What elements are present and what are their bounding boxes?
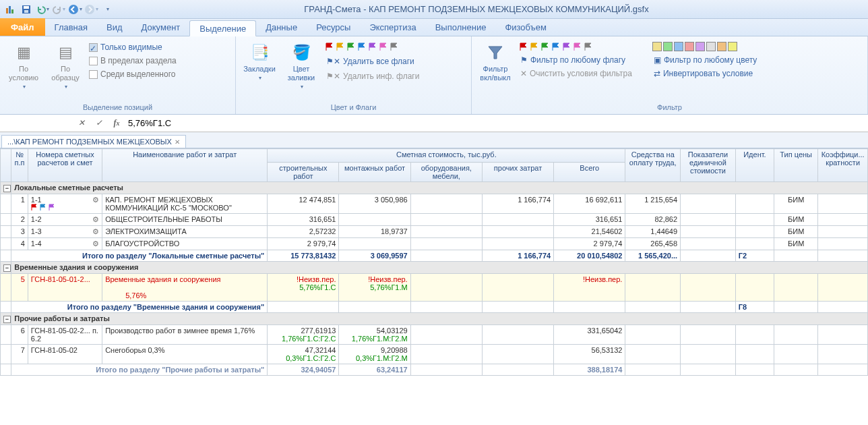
col-pp[interactable]: № п.п bbox=[11, 149, 28, 182]
table-row[interactable]: 1 1-1⚙ КАП. РЕМОНТ МЕЖЦЕХОВЫХ КОММУНИКАЦ… bbox=[1, 194, 868, 214]
flag-color[interactable] bbox=[325, 42, 334, 51]
tab-document[interactable]: Документ bbox=[132, 20, 190, 36]
flag-color[interactable] bbox=[551, 42, 561, 51]
flag-icon: ⚑ bbox=[520, 55, 528, 65]
fill-color-swatch[interactable] bbox=[695, 42, 705, 51]
cancel-formula-icon[interactable]: ✕ bbox=[75, 117, 88, 130]
color-palette[interactable] bbox=[651, 40, 760, 53]
filter-flag-palette[interactable] bbox=[518, 40, 635, 53]
svg-rect-2 bbox=[11, 9, 13, 13]
col-kf[interactable]: Коэффици... кратности bbox=[818, 149, 868, 182]
fill-color-swatch[interactable] bbox=[652, 42, 662, 51]
section-row[interactable]: −Временные здания и сооружения bbox=[1, 262, 868, 274]
delete-inf-flags-button[interactable]: ⚑✕Удалить инф. флаги bbox=[323, 70, 422, 82]
fill-color-button[interactable]: 🪣 Цвет заливки▾ bbox=[282, 39, 321, 93]
qat-more-icon[interactable]: ▾ bbox=[100, 2, 115, 17]
col-pok[interactable]: Показатели единичной стоимости bbox=[681, 149, 736, 182]
flag-color[interactable] bbox=[584, 42, 593, 51]
tab-expertise[interactable]: Экспертиза bbox=[360, 20, 425, 36]
fill-color-swatch[interactable] bbox=[728, 42, 737, 51]
flag-color[interactable] bbox=[519, 42, 528, 51]
flag-color[interactable] bbox=[379, 42, 388, 51]
flag-palette[interactable] bbox=[323, 40, 422, 53]
col-sr[interactable]: Средства на оплату труда, bbox=[625, 149, 681, 182]
table-row[interactable]: 6 ГСН-81-05-02-2... п. 6.2 Производство … bbox=[1, 325, 868, 345]
by-condition-button[interactable]: ▦ По условию▾ bbox=[4, 39, 43, 93]
subtotal-row[interactable]: Итого по разделу "Прочие работы и затрат… bbox=[1, 364, 868, 376]
clear-icon: ✕ bbox=[520, 69, 527, 78]
document-tab[interactable]: ...\КАП РЕМОНТ ПОДЗЕМНЫХ МЕЖЦЕХОВЫХ ✕ bbox=[1, 135, 186, 148]
filter-toggle-button[interactable]: Фильтр вкл/выкл bbox=[476, 39, 515, 85]
col-id[interactable]: Идент. bbox=[735, 149, 774, 182]
back-icon[interactable]: ▾ bbox=[67, 2, 82, 17]
funnel-icon bbox=[485, 42, 506, 63]
undo-icon[interactable]: ▾ bbox=[35, 2, 50, 17]
flag-color[interactable] bbox=[390, 42, 399, 51]
fill-color-swatch[interactable] bbox=[706, 42, 716, 51]
tab-execution[interactable]: Выполнение bbox=[426, 20, 496, 36]
fill-color-swatch[interactable] bbox=[674, 42, 683, 51]
flag-color[interactable] bbox=[357, 42, 367, 51]
within-section-checkbox[interactable]: В пределах раздела bbox=[88, 54, 178, 67]
tab-view[interactable]: Вид bbox=[97, 20, 132, 36]
fill-color-swatch[interactable] bbox=[717, 42, 726, 51]
table-row[interactable]: 2 1-2⚙ ОБЩЕСТРОИТЕЛЬНЫЕ РАБОТЫ 316,651 3… bbox=[1, 214, 868, 226]
filter-by-color-button[interactable]: ▣Фильтр по любому цвету bbox=[651, 54, 760, 66]
by-sample-button[interactable]: ▤ По образцу▾ bbox=[46, 39, 85, 93]
delete-all-flags-button[interactable]: ⚑✕Удалить все флаги bbox=[323, 55, 422, 67]
fill-color-swatch[interactable] bbox=[663, 42, 673, 51]
col-name[interactable]: Наименование работ и затрат bbox=[102, 149, 268, 182]
col-cost-group[interactable]: Сметная стоимость, тыс.руб. bbox=[268, 149, 625, 163]
subtotal-row[interactable]: Итого по разделу "Локальные сметные расч… bbox=[1, 250, 868, 262]
file-tab[interactable]: Файл bbox=[0, 18, 45, 36]
by-condition-icon: ▦ bbox=[13, 42, 34, 63]
flag-icon bbox=[49, 204, 55, 210]
app-icon[interactable] bbox=[3, 2, 18, 17]
tab-resources[interactable]: Ресурсы bbox=[307, 20, 360, 36]
invert-icon: ⇄ bbox=[654, 69, 660, 78]
only-visible-checkbox[interactable]: ✓Только видимые bbox=[88, 40, 178, 54]
flag-color[interactable] bbox=[368, 42, 377, 51]
flag-color[interactable] bbox=[346, 42, 356, 51]
bookmarks-button[interactable]: 📑 Закладки▾ bbox=[240, 39, 279, 84]
table-row[interactable]: 3 1-3⚙ ЭЛЕКТРОХИМЗАЩИТА 2,57232 18,9737 … bbox=[1, 226, 868, 238]
tab-selection[interactable]: Выделение bbox=[189, 20, 256, 36]
fill-color-swatch[interactable] bbox=[685, 42, 694, 51]
redo-icon[interactable]: ▾ bbox=[51, 2, 66, 17]
close-doc-icon[interactable]: ✕ bbox=[175, 138, 180, 146]
flag-icon bbox=[31, 204, 38, 210]
tab-data[interactable]: Данные bbox=[256, 20, 307, 36]
table-row[interactable]: 5 ГСН-81-05-01-2... Временные здания и с… bbox=[1, 274, 868, 302]
tab-main[interactable]: Главная bbox=[45, 20, 97, 36]
group-color-flags-title: Цвет и Флаги bbox=[240, 102, 467, 114]
svg-rect-4 bbox=[24, 6, 29, 9]
flag-x-icon: ⚑✕ bbox=[326, 72, 340, 81]
accept-formula-icon[interactable]: ✓ bbox=[93, 117, 105, 130]
fx-icon[interactable]: fx bbox=[111, 117, 123, 130]
flag-color[interactable] bbox=[562, 42, 571, 51]
tab-physvolume[interactable]: Физобъем bbox=[495, 20, 556, 36]
invert-condition-button[interactable]: ⇄Инвертировать условие bbox=[651, 67, 760, 80]
group-selection-title: Выделение позиций bbox=[4, 102, 231, 114]
filter-by-flag-button[interactable]: ⚑Фильтр по любому флагу bbox=[518, 54, 635, 66]
subtotal-row[interactable]: Итого по разделу "Временные здания и соо… bbox=[1, 302, 868, 313]
svg-rect-0 bbox=[6, 8, 8, 13]
flag-color[interactable] bbox=[573, 42, 582, 51]
flag-color[interactable] bbox=[336, 42, 345, 51]
table-row[interactable]: 7 ГСН-81-05-02 Снегоборья 0,3% 47,321440… bbox=[1, 345, 868, 364]
forward-icon[interactable]: ▾ bbox=[84, 2, 98, 17]
flag-color[interactable] bbox=[540, 42, 550, 51]
estimate-grid[interactable]: № п.п Номера сметных расчетов и смет Наи… bbox=[0, 148, 868, 376]
section-row[interactable]: −Локальные сметные расчеты bbox=[1, 182, 868, 194]
section-row[interactable]: −Прочие работы и затраты bbox=[1, 313, 868, 325]
table-row[interactable]: 4 1-4⚙ БЛАГОУСТРОЙСТВО 2 979,74 2 979,74… bbox=[1, 238, 868, 250]
flag-color[interactable] bbox=[530, 42, 539, 51]
clear-filter-button[interactable]: ✕Очистить условия фильтра bbox=[518, 67, 635, 80]
among-selected-checkbox[interactable]: Среди выделенного bbox=[88, 67, 178, 81]
col-num[interactable]: Номера сметных расчетов и смет bbox=[28, 149, 102, 182]
col-tip[interactable]: Тип цены bbox=[774, 149, 818, 182]
save-icon[interactable] bbox=[19, 2, 34, 17]
window-title: ГРАНД-Смета - КАП РЕМОНТ ПОДЗЕМНЫХ МЕЖЦЕ… bbox=[115, 4, 865, 14]
flag-icon bbox=[40, 204, 46, 210]
formula-input[interactable] bbox=[128, 118, 865, 128]
